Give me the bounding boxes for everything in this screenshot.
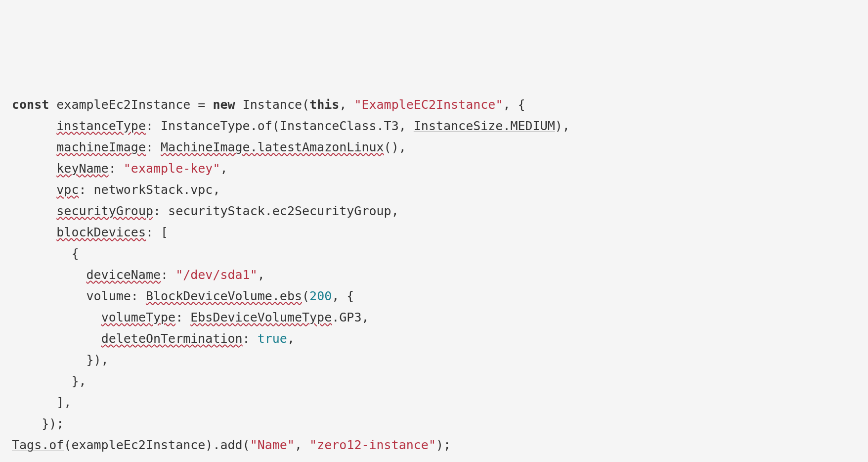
string-literal: "Name"	[250, 438, 295, 452]
method-blockdevicevolume-ebs: BlockDeviceVolume.ebs	[146, 289, 302, 303]
code-line-8: {	[12, 246, 79, 261]
property-securitygroup: securityGroup	[56, 204, 153, 218]
deprecated-latestamazonlinux: MachineImage.latestAmazonLinux	[161, 140, 384, 154]
boolean-literal: true	[258, 331, 287, 346]
property-deleteontermination: deleteOnTermination	[101, 331, 243, 346]
property-blockdevices: blockDevices	[56, 225, 146, 239]
property-vpc: vpc	[56, 183, 79, 197]
code-line-4: keyName: "example-key",	[12, 161, 228, 176]
code-line-11: volumeType: EbsDeviceVolumeType.GP3,	[12, 310, 369, 324]
code-line-14: },	[12, 374, 87, 388]
code-line-10: volume: BlockDeviceVolume.ebs(200, {	[12, 289, 354, 303]
property-instancetype: instanceType	[56, 119, 146, 133]
property-volumetype: volumeType	[101, 310, 176, 324]
string-literal: "ExampleEC2Instance"	[354, 97, 503, 112]
code-line-16: });	[12, 416, 64, 431]
code-line-13: }),	[12, 353, 109, 367]
code-line-12: deleteOnTermination: true,	[12, 331, 295, 346]
keyword-new: new	[213, 97, 235, 112]
keyword-const: const	[12, 97, 49, 112]
property-keyname: keyName	[56, 161, 108, 176]
code-line-17: Tags.of(exampleEc2Instance).add("Name", …	[12, 438, 451, 452]
code-line-1: const exampleEc2Instance = new Instance(…	[12, 97, 525, 112]
number-literal: 200	[309, 289, 332, 303]
code-line-6: securityGroup: securityStack.ec2Security…	[12, 204, 399, 218]
identifier-tags-of: Tags.of	[12, 438, 64, 452]
identifier-instancesize-medium: InstanceSize.MEDIUM	[414, 119, 555, 133]
code-line-9: deviceName: "/dev/sda1",	[12, 268, 265, 282]
code-line-15: ],	[12, 395, 71, 410]
property-machineimage: machineImage	[56, 140, 146, 154]
code-line-3: machineImage: MachineImage.latestAmazonL…	[12, 140, 406, 154]
code-line-2: instanceType: InstanceType.of(InstanceCl…	[12, 119, 570, 133]
code-line-5: vpc: networkStack.vpc,	[12, 183, 220, 197]
identifier-ebsdevicevolumetype: EbsDeviceVolumeType	[190, 310, 332, 324]
property-devicename: deviceName	[87, 268, 161, 282]
code-line-7: blockDevices: [	[12, 225, 168, 239]
code-block: const exampleEc2Instance = new Instance(…	[12, 94, 856, 456]
string-literal: "zero12-instance"	[309, 438, 436, 452]
keyword-this: this	[309, 97, 339, 112]
string-literal: "/dev/sda1"	[175, 268, 258, 282]
string-literal: "example-key"	[124, 161, 220, 176]
